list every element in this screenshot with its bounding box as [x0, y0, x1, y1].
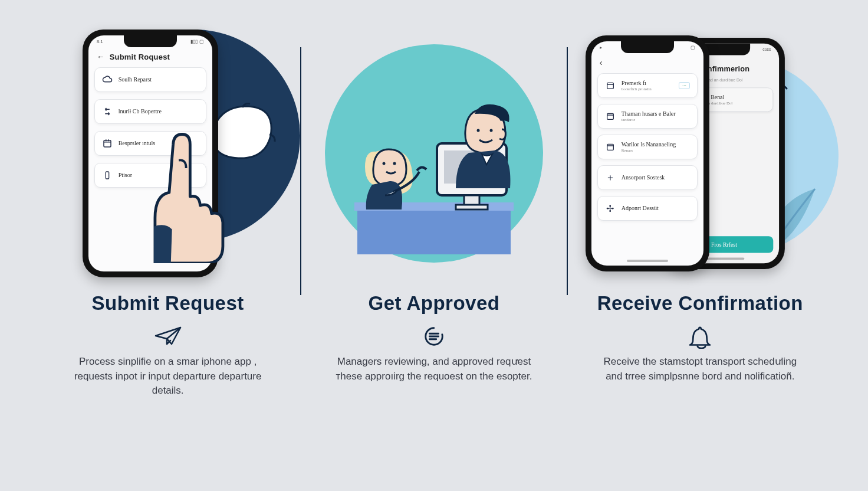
illustration-submit: 8:1 ▮▯▯ ▢ ← Submit Roquest Soulh Reparst — [53, 30, 282, 277]
step-heading: Get Approved — [369, 292, 500, 315]
step-get-approved: Get Approved Managers reviewing, and app… — [301, 30, 566, 467]
plus-icon: ＋ — [605, 172, 616, 183]
item-label: Thaman husars e Balertandaror — [622, 110, 676, 122]
list-item[interactable]: Thaman husars e Balertandaror — [597, 104, 698, 129]
step-submit-request: 8:1 ▮▯▯ ▢ ← Submit Roquest Soulh Reparst — [35, 30, 300, 467]
svg-rect-15 — [607, 144, 613, 150]
item-label: Adponrt Dessüt — [622, 205, 659, 212]
item-label: Soulh Reparst — [119, 76, 152, 83]
list-item[interactable]: Warilor ls NananaelingRenars — [597, 135, 698, 159]
paper-plane-icon — [154, 325, 182, 346]
step-heading: Submit Request — [92, 292, 244, 315]
back-icon[interactable]: ‹ — [600, 58, 603, 67]
status-indicators: ▮▯▯ ▢ — [190, 39, 203, 48]
list-item[interactable]: Premerk fıboderfich pronsbn ⋯ — [597, 73, 698, 98]
item-label: Ansorport Sostesk — [622, 174, 665, 181]
list-item[interactable]: Soulh Reparst — [94, 67, 206, 92]
status-time: 8:1 — [97, 39, 103, 48]
bg-circle-teal — [325, 44, 543, 263]
phone-mock-list: ▸▢ ‹ Premerk fıboderfich pronsbn ⋯ — [586, 35, 709, 271]
phone-icon — [102, 170, 113, 181]
svg-rect-2 — [357, 208, 511, 254]
calendar-icon — [605, 80, 616, 91]
bell-icon — [689, 325, 711, 346]
illustration-confirm: ▸▢ ‹ Premerk fıboderfich pronsbn ⋯ — [586, 30, 815, 277]
list-item[interactable]: lnurił Cb Bopertre — [94, 99, 206, 124]
item-label: Premerk fıboderfich pronsbn — [622, 80, 652, 91]
pointing-hand — [136, 127, 254, 266]
list-item[interactable]: ✢ Adponrt Dessüt — [597, 196, 698, 221]
svg-point-10 — [476, 129, 479, 132]
managers-illustration — [325, 44, 543, 263]
svg-rect-7 — [456, 205, 488, 210]
back-icon[interactable]: ← — [97, 52, 105, 61]
approve-stamp-icon — [423, 325, 445, 346]
step-heading: Receive Confirmation — [597, 292, 803, 315]
calendar-icon — [605, 111, 616, 122]
svg-point-11 — [489, 129, 492, 132]
item-label: Warilor ls NananaelingRenars — [622, 141, 676, 153]
item-label: lnurił Cb Bopertre — [119, 108, 162, 115]
illustration-approve — [319, 30, 548, 277]
calendar-icon — [102, 138, 113, 149]
calendar-icon — [605, 142, 616, 152]
step-description: Process sinplifie on a smar iphone app ,… — [62, 355, 274, 398]
svg-point-8 — [382, 162, 385, 165]
svg-rect-1 — [106, 172, 108, 179]
step-description: Receive the stamstopt transport schedưli… — [594, 355, 806, 384]
svg-rect-0 — [104, 140, 111, 147]
svg-rect-13 — [607, 83, 613, 89]
step-receive-confirmation: ▸▢ ‹ Premerk fıboderfich pronsbn ⋯ — [568, 30, 833, 467]
list-item[interactable]: ＋ Ansorport Sostesk — [597, 165, 698, 190]
svg-point-9 — [393, 162, 396, 165]
cloud-icon — [102, 74, 113, 85]
step-description: Managers reviewing, and approved reqưest… — [328, 355, 540, 384]
screen-title: Submit Roquest — [110, 53, 170, 61]
item-badge: ⋯ — [679, 82, 690, 89]
screen-subtitle: Bad an durdibue Dol — [705, 78, 742, 82]
svg-rect-14 — [607, 113, 613, 119]
swap-icon — [102, 106, 113, 117]
move-icon: ✢ — [605, 203, 616, 214]
item-label: Ptisor — [119, 172, 132, 179]
